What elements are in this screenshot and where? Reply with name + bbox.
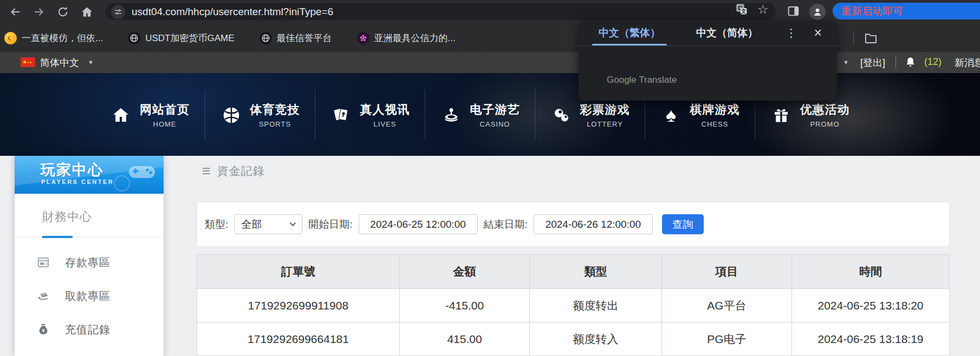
table-row: 1719292699911908 -415.00 额度转出 AG平台 2024-… [197, 288, 949, 322]
language-selector[interactable]: 简体中文 [40, 56, 79, 69]
funds-table: 訂單號 金額 類型 項目 時間 1719292699911908 -415.00… [197, 254, 950, 356]
start-date-label: 開始日期: [308, 217, 352, 232]
side-panel-icon[interactable] [787, 4, 800, 18]
sidebar-subtitle: PLAYERS CENTER [41, 179, 114, 185]
sidebar-item-recharge-record[interactable]: ¥ 充值記錄 [36, 319, 164, 340]
tab-chinese-traditional[interactable]: 中文（繁体） [592, 21, 667, 45]
screen: usdt04.com/hhcp/usercenter.html?iniType=… [0, 0, 980, 356]
nav-item-sports[interactable]: 体育竞技SPORTS [205, 89, 315, 141]
message-count-badge[interactable]: (12) [924, 56, 942, 68]
bookmark-folder-icon[interactable] [864, 30, 878, 47]
sidebar-item-deposit[interactable]: 存款專區 [36, 252, 164, 273]
page-content: 玩家中心 PLAYERS CENTER 財務中心 存款專區 [0, 156, 980, 356]
bookmark-item[interactable]: 亚洲最具公信力的... [357, 32, 456, 44]
playing-cards-icon [330, 104, 352, 126]
flower-icon [357, 32, 369, 44]
search-button[interactable]: 查詢 [662, 214, 704, 234]
gamepad-icon [128, 162, 156, 184]
col-header-type: 類型 [529, 255, 661, 288]
new-messages-link[interactable]: 新消息 [955, 56, 980, 69]
breadcrumb: ≡ 資金記錄 [202, 163, 265, 179]
address-bar[interactable]: usdt04.com/hhcp/usercenter.html?iniType=… [106, 3, 776, 20]
gift-icon [770, 104, 792, 126]
cell-amount: -415.00 [399, 288, 529, 322]
account-caret-icon[interactable]: ▼ [843, 59, 849, 65]
reload-icon[interactable] [55, 4, 70, 19]
coin-badge-icon [4, 32, 17, 44]
player-center-sidebar: 玩家中心 PLAYERS CENTER 財務中心 存款專區 [15, 156, 164, 356]
home-nav-icon [110, 104, 132, 126]
withdraw-hand-icon [36, 289, 50, 303]
cell-item: PG电子 [661, 322, 791, 355]
table-row: 1719292699664181 415.00 额度转入 PG电子 2024-0… [197, 322, 949, 355]
col-header-item: 項目 [661, 255, 791, 288]
translate-icon[interactable]: G文 [735, 2, 748, 16]
bell-icon[interactable] [904, 56, 917, 71]
restart-button[interactable]: 重新启动即可 [833, 3, 980, 19]
nav-item-home[interactable]: 网站首页HOME [95, 89, 205, 141]
col-header-order: 訂單號 [197, 255, 399, 288]
cell-amount: 415.00 [399, 322, 529, 355]
filter-bar: 類型: 全部 開始日期: 結束日期: 查詢 [197, 202, 950, 247]
sidebar-section-finance: 財務中心 [15, 194, 164, 238]
type-label: 類型: [205, 217, 228, 232]
forward-icon[interactable] [31, 4, 47, 19]
list-icon: ≡ [202, 164, 211, 179]
cell-order: 1719292699911908 [197, 288, 399, 322]
close-icon[interactable]: × [814, 25, 822, 41]
profile-avatar[interactable] [809, 4, 826, 20]
globe-icon [259, 32, 272, 44]
roulette-icon [440, 104, 462, 126]
nav-item-lives[interactable]: 真人视讯LIVES [315, 89, 425, 141]
china-flag-icon: ★★★ [21, 57, 35, 67]
sidebar-item-withdrawal-record[interactable]: 提現記錄 [36, 352, 164, 356]
col-header-amount: 金額 [399, 255, 529, 288]
tab-chinese-simplified[interactable]: 中文（简体） [690, 21, 764, 45]
back-icon[interactable] [8, 4, 23, 19]
cell-order: 1719292699664181 [197, 322, 399, 355]
main-panel: ≡ 資金記錄 類型: 全部 開始日期: 結束日期: 查詢 訂單號 金額 [194, 156, 980, 356]
cell-item: AG平台 [661, 288, 791, 322]
google-translate-popup: 中文（繁体） 中文（简体） ⋮ × Google Translate [579, 21, 837, 101]
cell-time: 2024-06-25 13:18:20 [791, 288, 949, 322]
cell-type: 额度转出 [529, 288, 661, 322]
home-icon[interactable] [79, 4, 94, 19]
divider [895, 56, 896, 69]
bookmark-item[interactable]: USDT加密货币GAME [128, 32, 234, 44]
google-translate-brand: Google Translate [607, 75, 677, 85]
svg-text:¥: ¥ [42, 327, 45, 333]
svg-text:文: 文 [741, 8, 747, 14]
lottery-balls-icon [550, 104, 572, 126]
bookmark-item[interactable]: 一直被模仿，但依... [4, 32, 103, 44]
page-title: 資金記錄 [217, 163, 265, 179]
translate-tabs: 中文（繁体） 中文（简体） ⋮ × [579, 21, 837, 46]
bookmark-star-icon[interactable]: ☆ [757, 3, 769, 16]
site-info-icon[interactable] [111, 5, 125, 19]
nav-item-casino[interactable]: 电子游艺CASINO [425, 89, 535, 141]
sports-ball-icon [220, 104, 242, 126]
start-date-input[interactable] [359, 214, 478, 234]
deposit-machine-icon [36, 255, 50, 269]
end-date-input[interactable] [534, 214, 653, 234]
chevron-down-icon [289, 222, 296, 227]
bookmarks-divider [853, 31, 854, 45]
sidebar-title: 玩家中心 [41, 160, 103, 180]
type-select[interactable]: 全部 [234, 214, 302, 234]
end-date-label: 結束日期: [484, 217, 528, 232]
money-bag-icon: ¥ [36, 322, 50, 337]
globe-icon [128, 32, 140, 44]
col-header-time: 時間 [791, 255, 949, 288]
bookmark-item[interactable]: 最佳信誉平台 [259, 32, 332, 44]
more-vertical-icon[interactable]: ⋮ [786, 27, 797, 39]
cell-time: 2024-06-25 13:18:19 [791, 322, 949, 355]
url-text: usdt04.com/hhcp/usercenter.html?iniType=… [132, 6, 333, 18]
language-caret-icon[interactable]: ▼ [88, 59, 94, 65]
table-header-row: 訂單號 金額 類型 項目 時間 [197, 255, 949, 288]
logout-link[interactable]: [登出] [860, 56, 885, 69]
sidebar-header: 玩家中心 PLAYERS CENTER [15, 156, 164, 194]
spade-icon: ♠ [660, 104, 682, 126]
cell-type: 额度转入 [529, 322, 661, 355]
sidebar-menu: 存款專區 取款專區 ¥ 充值記錄 [15, 252, 164, 356]
sidebar-item-withdraw[interactable]: 取款專區 [36, 285, 164, 307]
